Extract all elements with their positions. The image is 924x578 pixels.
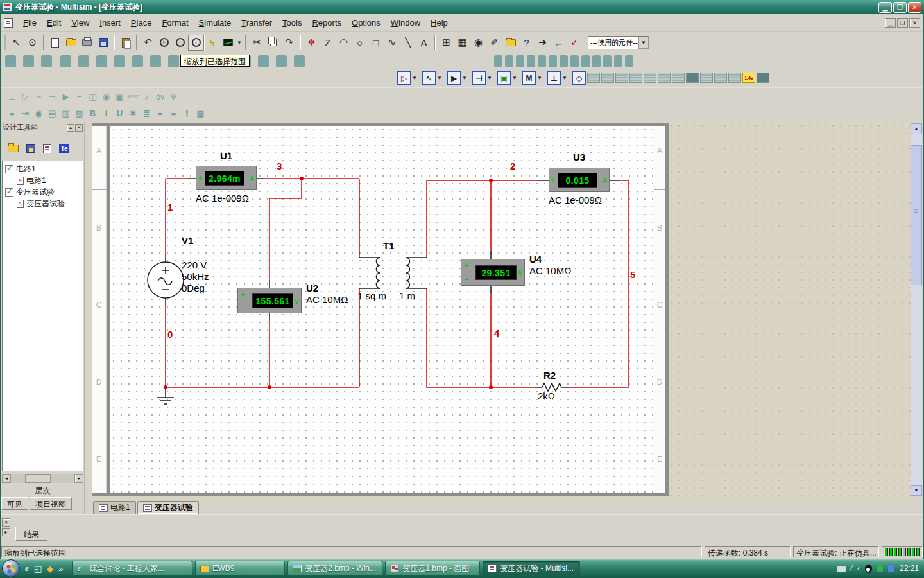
paste-button[interactable]: [117, 35, 133, 51]
erc-check-button[interactable]: ✓: [567, 35, 583, 51]
start-button[interactable]: [2, 559, 20, 577]
menu-place[interactable]: Place: [126, 16, 157, 30]
menu-window[interactable]: Window: [386, 16, 425, 30]
results-close-icon[interactable]: ✕: [2, 518, 10, 527]
edit-toolbar-icon[interactable]: U: [113, 107, 126, 120]
tree-item-sheet[interactable]: ϟ电路1: [5, 175, 83, 186]
copy-button[interactable]: [265, 35, 281, 51]
edit-toolbar-icon[interactable]: ⇥: [19, 107, 32, 120]
dropdown-arrow-icon[interactable]: ▼: [638, 37, 649, 49]
disabled-toolbar-button[interactable]: [505, 55, 513, 67]
disabled-toolbar-button[interactable]: [132, 55, 143, 67]
basic-family-dropdown-icon[interactable]: ▼: [436, 71, 443, 85]
menu-edit[interactable]: Edit: [42, 16, 66, 30]
grapher-button[interactable]: [220, 35, 236, 51]
menu-simulate[interactable]: Simulate: [194, 16, 237, 30]
instrument-button[interactable]: [644, 73, 656, 83]
toolbox-horizontal-scrollbar[interactable]: ◂ ▸: [2, 474, 83, 483]
parts-toolbar-icon[interactable]: ⌐: [73, 90, 86, 103]
indicator-family-button[interactable]: ◇: [572, 71, 586, 85]
disabled-toolbar-button[interactable]: [78, 55, 89, 67]
battery-instrument-button[interactable]: 1.4v: [742, 73, 755, 83]
power-family-button[interactable]: ⊥: [547, 71, 561, 85]
parts-toolbar-icon[interactable]: ◉: [99, 90, 113, 103]
instrument-button[interactable]: [629, 73, 642, 83]
edit-toolbar-icon[interactable]: B: [86, 107, 99, 120]
edit-toolbar-icon[interactable]: ≡: [153, 107, 167, 120]
disabled-toolbar-button[interactable]: [527, 55, 535, 67]
parts-toolbar-icon[interactable]: ~: [32, 90, 46, 103]
edit-toolbar-icon[interactable]: ≡: [5, 107, 19, 120]
back-annotate-button[interactable]: ←: [551, 35, 567, 51]
parts-toolbar-icon[interactable]: ▷: [19, 90, 32, 103]
machine-family-button[interactable]: M: [522, 71, 536, 85]
disabled-toolbar-button[interactable]: [114, 55, 125, 67]
disabled-toolbar-button[interactable]: [570, 55, 579, 67]
parts-toolbar-icon[interactable]: ▶: [59, 90, 73, 103]
scrollbar-thumb[interactable]: [911, 145, 922, 285]
mdi-restore-button[interactable]: ❐: [897, 18, 908, 28]
edit-toolbar-icon[interactable]: ≣: [140, 107, 153, 120]
restore-button[interactable]: ❐: [893, 2, 907, 13]
parts-toolbar-icon[interactable]: ♪: [140, 90, 153, 103]
parts-toolbar-icon[interactable]: ▣: [113, 90, 126, 103]
edit-toolbar-icon[interactable]: ≡: [167, 107, 180, 120]
shape-ellipse-button[interactable]: ○: [352, 35, 368, 51]
scrollbar-thumb[interactable]: [25, 474, 51, 483]
disabled-toolbar-button[interactable]: [96, 55, 107, 67]
pointer-tool-button[interactable]: ↖: [8, 35, 24, 51]
edit-toolbar-icon[interactable]: ▤: [46, 107, 59, 120]
edit-toolbar-icon[interactable]: I: [99, 107, 113, 120]
disabled-toolbar-button[interactable]: [494, 55, 502, 67]
panel-minimize-button[interactable]: ▴: [67, 124, 74, 132]
export-button[interactable]: ➔: [535, 35, 551, 51]
open-sample-button[interactable]: [502, 35, 518, 51]
menu-help[interactable]: Help: [425, 16, 453, 30]
mdi-minimize-button[interactable]: ▁: [885, 18, 896, 28]
analog-family-dropdown-icon[interactable]: ▼: [411, 71, 418, 85]
scroll-down-icon[interactable]: ▼: [911, 485, 922, 496]
open-project-icon[interactable]: [8, 144, 19, 152]
menu-view[interactable]: View: [66, 16, 94, 30]
diode-family-dropdown-icon[interactable]: ▼: [461, 71, 468, 85]
tree-item-project[interactable]: 变压器试验: [5, 186, 83, 198]
disabled-toolbar-button[interactable]: [614, 55, 622, 67]
disabled-toolbar-button[interactable]: [5, 55, 16, 67]
results-tab[interactable]: 结果: [15, 527, 47, 541]
menu-reports[interactable]: Reports: [307, 16, 346, 30]
instrument-button[interactable]: [700, 73, 713, 83]
disabled-toolbar-button[interactable]: [294, 55, 305, 67]
redo-button[interactable]: ↷: [281, 35, 297, 51]
basic-family-button[interactable]: ∿: [422, 71, 436, 85]
disabled-toolbar-button[interactable]: [516, 55, 524, 67]
in-use-components-dropdown[interactable]: ---使用的元件---▼: [588, 36, 649, 49]
new-sheet-icon[interactable]: [43, 144, 51, 153]
edit-toolbar-icon[interactable]: ✱: [126, 107, 140, 120]
quicklaunch-ie-icon[interactable]: e: [25, 563, 29, 574]
menu-options[interactable]: Options: [346, 16, 386, 30]
help-button[interactable]: ?: [518, 35, 535, 51]
edit-toolbar-icon[interactable]: ⋮: [180, 107, 194, 120]
disabled-toolbar-button[interactable]: [23, 55, 34, 67]
schematic-canvas[interactable]: AABBCCDDEE: [85, 122, 924, 500]
sheet-tab-1[interactable]: 变压器试验: [137, 501, 199, 514]
sheet-tab-0[interactable]: 电路1: [93, 501, 136, 514]
edit-toolbar-icon[interactable]: ▧: [73, 107, 86, 120]
text-tool-button[interactable]: A: [416, 35, 432, 51]
instrument-button[interactable]: [601, 73, 614, 83]
edit-toolbar-icon[interactable]: ◉: [32, 107, 46, 120]
instrument-button[interactable]: [728, 73, 741, 83]
menu-file[interactable]: File: [18, 16, 42, 30]
instrument-button[interactable]: [615, 73, 628, 83]
parts-toolbar-icon[interactable]: ⊣: [46, 90, 59, 103]
transistor-family-dropdown-icon[interactable]: ▼: [486, 71, 493, 85]
machine-family-dropdown-icon[interactable]: ▼: [536, 71, 543, 85]
diode-family-button[interactable]: ▶: [447, 71, 461, 85]
edit-toolbar-icon[interactable]: ▩: [194, 107, 207, 120]
quicklaunch-chevron-icon[interactable]: »: [58, 564, 63, 574]
menu-insert[interactable]: Insert: [94, 16, 126, 30]
disabled-toolbar-button[interactable]: [41, 55, 52, 67]
disabled-toolbar-button[interactable]: [603, 55, 612, 67]
results-expand-icon[interactable]: ▸: [2, 528, 10, 536]
taskbar-task-0[interactable]: e综合讨论 - 工控人家...: [72, 561, 193, 576]
